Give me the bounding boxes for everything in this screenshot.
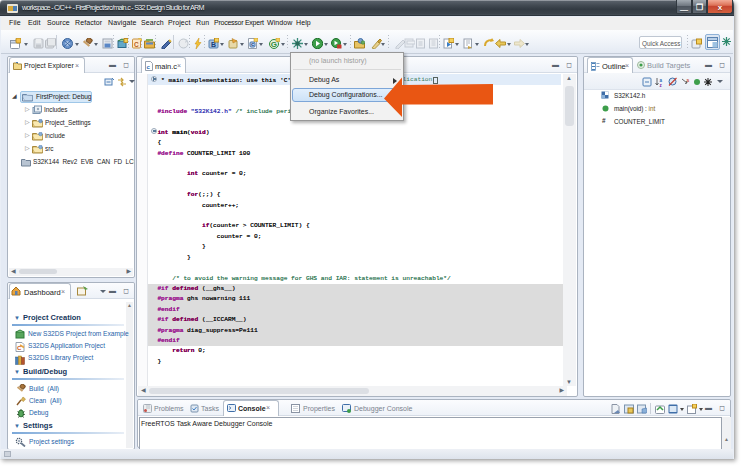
svg-text:C: C: [17, 345, 22, 351]
svg-text:s: s: [687, 77, 690, 83]
svg-text:z: z: [660, 83, 663, 88]
svg-text:c: c: [251, 41, 254, 47]
svg-text:C: C: [134, 41, 139, 48]
